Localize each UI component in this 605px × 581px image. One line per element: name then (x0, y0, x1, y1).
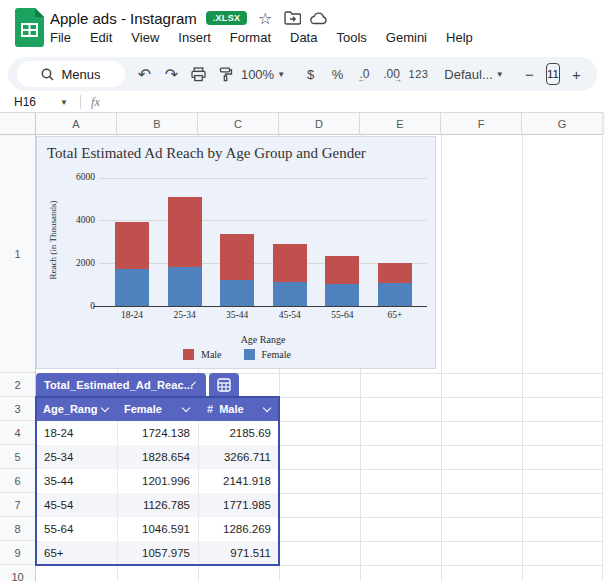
row-header-4[interactable]: 4 (0, 421, 35, 445)
chart-x-tick: 55-64 (316, 310, 368, 320)
column-header-G[interactable]: G (522, 113, 603, 135)
table-name-label: Total_Estimated_Ad_Reac... (44, 379, 193, 391)
row-header-2[interactable]: 2 (0, 373, 35, 397)
cell-male[interactable]: 1771.985 (198, 493, 279, 517)
chart-y-tick: 0 (61, 301, 95, 311)
menu-item-file[interactable]: File (48, 29, 73, 46)
cell-age-range[interactable]: 45-54 (36, 493, 117, 517)
row-header-6[interactable]: 6 (0, 469, 35, 493)
chart-y-axis-title: Reach (in Thousands) (48, 175, 58, 305)
row-header-1[interactable]: 1 (0, 135, 35, 373)
number-format-button[interactable]: 123 (406, 61, 431, 87)
row-header-3[interactable]: 3 (0, 397, 35, 421)
format-percent-button[interactable]: % (325, 61, 350, 87)
paint-format-button[interactable] (213, 61, 238, 87)
cell-female[interactable]: 1201.996 (117, 469, 198, 493)
column-header-A[interactable]: A (36, 113, 117, 135)
table-header-male[interactable]: # Male (198, 397, 279, 421)
number-type-icon: # (207, 403, 213, 415)
undo-button[interactable]: ↶ (132, 61, 157, 87)
column-header-C[interactable]: C (198, 113, 279, 135)
chevron-down-icon[interactable]: ▼ (60, 98, 68, 107)
toolbar: Menus ↶ ↷ 100%▼ $ % .0← .00→ 123 Defaul.… (8, 57, 597, 91)
column-header-D[interactable]: D (279, 113, 360, 135)
menu-item-gemini[interactable]: Gemini (384, 29, 429, 46)
menu-item-tools[interactable]: Tools (334, 29, 368, 46)
zoom-select[interactable]: 100%▼ (240, 61, 286, 87)
cell-male[interactable]: 2185.69 (198, 421, 279, 445)
row-header-8[interactable]: 8 (0, 517, 35, 541)
font-select[interactable]: Defaul...▼ (443, 61, 505, 87)
cell-age-range[interactable]: 18-24 (36, 421, 117, 445)
paint-roller-icon (218, 67, 233, 82)
chart-x-tick: 65+ (369, 310, 421, 320)
decrease-decimal-button[interactable]: .0← (352, 61, 377, 87)
table-name-tab[interactable]: Total_Estimated_Ad_Reac... (36, 373, 206, 397)
document-title[interactable]: Apple ads - Instagram (50, 10, 197, 27)
row-header-10[interactable]: 10 (0, 565, 35, 581)
sheets-logo-icon[interactable] (15, 8, 44, 47)
cell-age-range[interactable]: 25-34 (36, 445, 117, 469)
row-header-7[interactable]: 7 (0, 493, 35, 517)
row-header-column: 12345678910 (0, 135, 36, 581)
cell-male[interactable]: 971.511 (198, 541, 279, 565)
folder-move-icon[interactable] (283, 9, 301, 27)
font-size-input[interactable]: 11 (546, 63, 560, 85)
row-header-5[interactable]: 5 (0, 445, 35, 469)
chevron-down-icon: ▼ (277, 70, 285, 79)
name-box[interactable]: H16 (14, 95, 54, 109)
printer-icon (191, 67, 206, 82)
select-all-corner[interactable] (0, 113, 36, 135)
legend-label: Female (262, 349, 291, 360)
column-header-B[interactable]: B (117, 113, 198, 135)
column-header-E[interactable]: E (360, 113, 441, 135)
decrease-font-size-button[interactable]: − (517, 61, 542, 87)
menu-item-data[interactable]: Data (288, 29, 319, 46)
sheet-grid[interactable]: 12345678910 Total Estimated Ad Reach by … (0, 135, 605, 581)
cloud-check-icon[interactable] (310, 9, 328, 27)
table-row: 18-24 1724.138 2185.69 (36, 421, 279, 445)
increase-font-size-button[interactable]: + (564, 61, 589, 87)
cell-female[interactable]: 1724.138 (117, 421, 198, 445)
cell-female[interactable]: 1828.654 (117, 445, 198, 469)
chart-object[interactable]: Total Estimated Ad Reach by Age Group an… (36, 136, 436, 369)
cell-female[interactable]: 1126.785 (117, 493, 198, 517)
table-header-age-range[interactable]: Age_Rang (36, 397, 117, 421)
fx-icon: fx (91, 95, 100, 110)
bar-male-18-24 (115, 222, 149, 269)
table-view-tab[interactable] (209, 373, 239, 397)
gridline (522, 135, 523, 581)
chart-y-tick: 2000 (61, 258, 95, 268)
menu-item-format[interactable]: Format (228, 29, 273, 46)
bar-male-55-64 (325, 256, 359, 284)
menus-search-button[interactable]: Menus (17, 61, 125, 87)
table-header-female[interactable]: Female (117, 397, 198, 421)
format-currency-button[interactable]: $ (298, 61, 323, 87)
bar-female-45-54 (273, 282, 307, 306)
menu-item-edit[interactable]: Edit (88, 29, 114, 46)
cell-female[interactable]: 1057.975 (117, 541, 198, 565)
menu-item-help[interactable]: Help (444, 29, 475, 46)
cell-female[interactable]: 1046.591 (117, 517, 198, 541)
cell-age-range[interactable]: 35-44 (36, 469, 117, 493)
column-header-F[interactable]: F (441, 113, 522, 135)
redo-button[interactable]: ↷ (159, 61, 184, 87)
bar-female-35-44 (220, 280, 254, 306)
cell-male[interactable]: 1286.269 (198, 517, 279, 541)
bar-male-35-44 (220, 234, 254, 280)
chart-y-tick: 6000 (61, 172, 95, 182)
cell-age-range[interactable]: 55-64 (36, 517, 117, 541)
cell-male[interactable]: 2141.918 (198, 469, 279, 493)
table-body: 18-24 1724.138 2185.69 25-34 1828.654 32… (36, 421, 279, 565)
table-row: 55-64 1046.591 1286.269 (36, 517, 279, 541)
increase-decimal-button[interactable]: .00→ (379, 61, 404, 87)
cell-male[interactable]: 3266.711 (198, 445, 279, 469)
print-button[interactable] (186, 61, 211, 87)
bold-button[interactable]: B (601, 61, 605, 87)
menu-item-view[interactable]: View (129, 29, 161, 46)
row-header-9[interactable]: 9 (0, 541, 35, 565)
cell-age-range[interactable]: 65+ (36, 541, 117, 565)
menu-item-insert[interactable]: Insert (176, 29, 213, 46)
bar-male-45-54 (273, 244, 307, 282)
star-icon[interactable]: ☆ (256, 9, 274, 27)
